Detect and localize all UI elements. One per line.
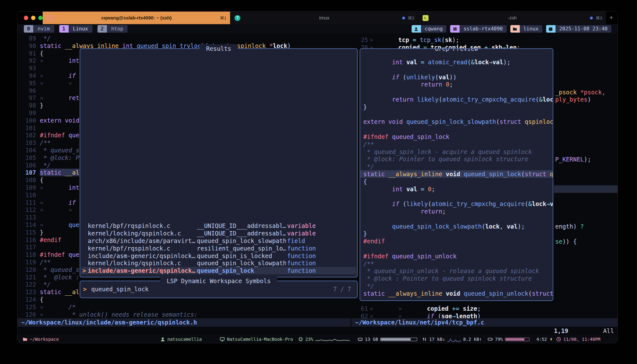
- result-file: include/asm-generic/qspinlock…: [88, 252, 197, 260]
- tmux-status-right: cqwangsslab-rtx4090linux2025-11-08 23:40: [412, 25, 611, 33]
- net-icon: [422, 337, 427, 342]
- tab-bar: Scqwang@sslab-rtx4090: ~ (ssh)⌘1Ttmux⌘2>…: [43, 12, 606, 24]
- titlebar-tab[interactable]: Ttmux⌘2: [230, 12, 418, 24]
- tmux-window-Linux[interactable]: 1Linux: [59, 25, 92, 33]
- results-panel-title: Results: [199, 44, 238, 53]
- terminal-content: 89 */90static __always_inline int queued…: [18, 34, 618, 335]
- preview-code-line: /**: [360, 260, 553, 267]
- result-row[interactable]: kernel/bpf/rqspinlock.cresilient_queued_…: [81, 245, 356, 252]
- preview-code-line: }: [360, 230, 553, 237]
- preview-code-line: return 0;: [360, 81, 553, 88]
- tmux-window-nvim[interactable]: 0nvim: [24, 25, 54, 33]
- result-kind: function: [287, 252, 316, 260]
- code-fragment: ength) ?: [555, 223, 584, 230]
- code-fragment: ply_bytes): [555, 96, 591, 103]
- tmux-window-htop[interactable]: 2htop: [97, 25, 128, 33]
- lsp-panel-title: LSP Dynamic Workspace Symbols: [160, 277, 277, 285]
- preview-code-line: static __always_inline void queued_spin_…: [360, 170, 553, 178]
- prompt-icon: >: [83, 285, 87, 293]
- tmux-badge-folder: linux: [510, 25, 542, 33]
- tmux-badge-user: cqwang: [412, 25, 447, 33]
- preview-code-line: {: [360, 178, 553, 185]
- network-graph: [447, 336, 461, 342]
- result-row[interactable]: kernel/locking/qspinlock.c__UNIQUE_ID___…: [81, 229, 356, 237]
- ram-icon: [358, 337, 363, 342]
- left-code-line[interactable]: 126» * unlock() needs release semantics:: [18, 311, 350, 318]
- tmux-badge-calendar: 2025-11-08 23:40: [546, 25, 611, 33]
- line-number: 120: [18, 266, 36, 273]
- titlebar-tab[interactable]: >_-zsh⌘3: [419, 12, 606, 24]
- line-number: 116: [18, 236, 36, 244]
- line-number: 105: [18, 154, 36, 161]
- tmux-icon: T: [234, 15, 240, 21]
- preview-code-line: [360, 215, 553, 223]
- line-number: 95: [18, 79, 36, 87]
- left-code-line[interactable]: 89 */: [18, 34, 350, 42]
- cursor-position: 1,19: [554, 327, 568, 335]
- preview-code-line: extern void queued_spin_lock_slowpath(st…: [360, 118, 553, 125]
- grep-preview-panel: Grep Preview int val = atomic_read(&lock…: [360, 48, 553, 301]
- line-number: 110: [18, 191, 36, 199]
- status-item-label: 79%: [495, 337, 503, 342]
- tmux-badge-label: sslab-rtx4090: [460, 25, 506, 33]
- close-window-button[interactable]: [24, 16, 28, 20]
- right-code-line[interactable]: 62» » if (sge→length): [351, 312, 618, 318]
- preview-code-line: /**: [360, 140, 553, 148]
- left-code-line[interactable]: 125» /*: [18, 303, 350, 311]
- preview-code-line: [360, 193, 553, 200]
- result-row[interactable]: kernel/locking/qspinlock.cqueued_spin_lo…: [81, 259, 356, 267]
- ssh-icon: S: [47, 15, 53, 21]
- right-code-line[interactable]: 61» » copied += size;: [351, 305, 618, 312]
- system-status-bar: ~/WorkspacenatsucamelliaNatsuCamellia-Ma…: [18, 335, 618, 343]
- result-row[interactable]: >include/asm-generic/qspinlock…queued_sp…: [81, 267, 356, 274]
- tmux-window-index: 0: [24, 25, 33, 33]
- line-number: 119: [18, 258, 36, 266]
- line-number: 90: [18, 42, 36, 50]
- new-tab-button[interactable]: +: [607, 12, 616, 24]
- status-item: NatsuCamellia-MacBook-Pro: [220, 335, 293, 343]
- clock-icon: [556, 337, 561, 342]
- zoom-window-button[interactable]: [38, 16, 43, 20]
- line-number: 112: [18, 206, 36, 214]
- result-file: include/asm-generic/qspinlock…: [88, 267, 197, 274]
- status-item-label: NatsuCamellia-MacBook-Pro: [227, 337, 293, 342]
- status-item: 79%: [488, 335, 529, 343]
- tab-shortcut: ⌘3: [596, 15, 602, 20]
- line-number: 111: [18, 199, 36, 206]
- line-number: 98: [18, 102, 36, 109]
- line-number: 108: [18, 176, 36, 184]
- results-panel: Results kernel/bpf/rqspinlock.c__UNIQUE_…: [80, 48, 358, 277]
- display-icon: [220, 337, 225, 342]
- result-file: kernel/locking/qspinlock.c: [88, 229, 197, 237]
- line-number: 115: [18, 229, 36, 236]
- titlebar-tab[interactable]: Scqwang@sslab-rtx4090: ~ (ssh)⌘1: [43, 12, 230, 24]
- status-item: ~/Workspace: [23, 335, 59, 343]
- result-row[interactable]: include/asm-generic/qspinlock…queued_spi…: [81, 252, 356, 260]
- minimize-window-button[interactable]: [31, 16, 35, 20]
- line-number: 92: [18, 57, 36, 64]
- code-fragment: _psock *psock,: [555, 88, 605, 96]
- tmux-window-index: 2: [97, 25, 107, 33]
- result-row[interactable]: kernel/bpf/rqspinlock.c__UNIQUE_ID___add…: [81, 222, 356, 229]
- calendar-icon: [548, 27, 553, 31]
- status-item: 4:52: [536, 335, 553, 343]
- charging-bolt-icon: [549, 337, 553, 342]
- cpu-icon: [298, 337, 303, 342]
- preview-code-line: return likely(atomic_try_cmpxchg_acquire…: [360, 96, 553, 103]
- status-item-label: 17 kB↓: [429, 337, 445, 342]
- result-file: kernel/bpf/rqspinlock.c: [88, 245, 197, 252]
- code-fragment: se)) {: [555, 238, 577, 245]
- cpu-sparkline: [315, 336, 350, 342]
- result-row[interactable]: arch/x86/include/asm/paravirt…queued_spi…: [81, 237, 356, 245]
- result-kind: field: [287, 237, 305, 245]
- tab-title: -zsh: [419, 12, 606, 24]
- result-kind: function: [287, 259, 316, 267]
- battery-icon: [488, 337, 493, 342]
- right-code-line[interactable]: 25» tcp = tcp_sk(sk);: [351, 36, 618, 44]
- status-item: 23%: [298, 335, 350, 343]
- tmux-badge-label: cqwang: [421, 25, 447, 33]
- result-kind: function: [287, 267, 316, 274]
- search-input[interactable]: > queued_spin_lock 7 / 7: [81, 285, 356, 293]
- line-number: 25: [351, 36, 368, 44]
- line-number: 104: [18, 146, 36, 154]
